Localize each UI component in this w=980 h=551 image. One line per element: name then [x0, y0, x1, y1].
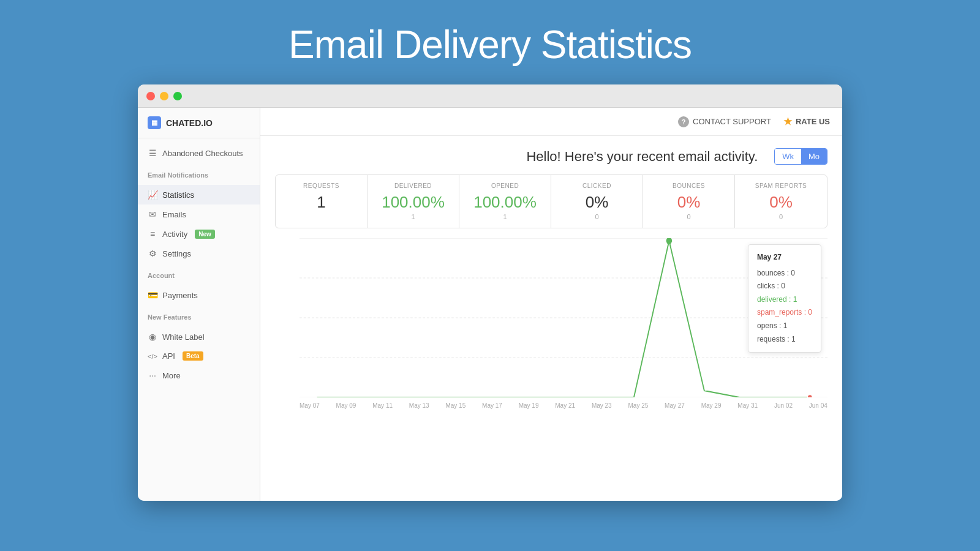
main-content: ? CONTACT SUPPORT ★ RATE US Hello! Here'… [260, 108, 842, 501]
stat-spam-label: SPAM REPORTS [745, 182, 817, 189]
sidebar-label-statistics: Statistics [162, 190, 194, 200]
tooltip-bounces: bounces : 0 [757, 267, 812, 280]
stat-bounces: BOUNCES 0% 0 [643, 175, 735, 228]
x-label-may11: May 11 [372, 402, 393, 409]
sidebar-item-payments[interactable]: 💳 Payments [138, 285, 260, 305]
sidebar-label-settings: Settings [162, 249, 191, 258]
stat-delivered-label: DELIVERED [377, 182, 449, 189]
sidebar-features-section: ◉ White Label </> API Beta ··· More [138, 322, 260, 390]
sidebar-item-more[interactable]: ··· More [138, 365, 260, 385]
stat-requests-value: 1 [285, 193, 357, 212]
title-bar [138, 84, 842, 108]
sidebar-label-api: API [162, 351, 175, 361]
top-bar: ? CONTACT SUPPORT ★ RATE US [260, 108, 842, 136]
stat-clicked: CLICKED 0% 0 [551, 175, 643, 228]
stat-bounces-sub: 0 [653, 213, 725, 220]
rate-us-label: RATE US [796, 117, 830, 126]
sidebar-label-payments: Payments [162, 291, 198, 300]
chart-icon: 📈 [148, 190, 157, 200]
stat-bounces-label: BOUNCES [653, 182, 725, 189]
sidebar-item-statistics[interactable]: 📈 Statistics [138, 185, 260, 204]
stat-clicked-sub: 0 [561, 213, 633, 220]
contact-support-button[interactable]: ? CONTACT SUPPORT [678, 116, 771, 127]
sidebar-account-label: Account [138, 268, 260, 280]
stat-clicked-value: 0% [561, 193, 633, 212]
payments-icon: 💳 [148, 290, 157, 300]
x-label-jun02: Jun 02 [774, 402, 793, 409]
stat-spam-value: 0% [745, 193, 817, 212]
sidebar-item-white-label[interactable]: ◉ White Label [138, 327, 260, 347]
x-label-jun04: Jun 04 [809, 402, 827, 409]
x-label-may19: May 19 [519, 402, 539, 409]
logo-icon: ▦ [148, 116, 161, 129]
period-month-button[interactable]: Mo [801, 149, 827, 164]
email-icon: ✉ [148, 209, 157, 219]
tooltip-date: May 27 [757, 251, 812, 264]
stat-opened-label: OPENED [469, 182, 541, 189]
sidebar-item-activity[interactable]: ≡ Activity New [138, 224, 260, 244]
x-label-may23: May 23 [592, 402, 612, 409]
tooltip-requests: requests : 1 [757, 333, 812, 347]
more-icon: ··· [148, 370, 157, 380]
stat-delivered-value: 100.00% [377, 193, 449, 212]
x-label-may29: May 29 [701, 402, 722, 409]
brand-name: CHATED.IO [166, 118, 213, 128]
star-icon: ★ [783, 116, 792, 127]
x-label-may15: May 15 [445, 402, 466, 409]
sidebar-email-items: 📈 Statistics ✉ Emails ≡ Activity New ⚙ S… [138, 180, 260, 268]
svg-point-11 [807, 395, 812, 397]
stat-opened: OPENED 100.00% 1 [459, 175, 551, 228]
white-label-icon: ◉ [148, 332, 157, 342]
sidebar-label-checkouts: Abandoned Checkouts [162, 149, 243, 158]
stat-requests-label: REQUESTS [285, 182, 357, 189]
sidebar-email-label: Email Notifications [138, 168, 260, 180]
section-header: Hello! Here's your recent email activity… [275, 148, 827, 165]
stat-clicked-label: CLICKED [561, 182, 633, 189]
page-title: Email Delivery Statistics [288, 0, 692, 84]
x-label-may27: May 27 [665, 402, 685, 409]
tooltip-opens: opens : 1 [757, 320, 812, 333]
x-label-may21: May 21 [555, 402, 575, 409]
x-label-may07: May 07 [300, 402, 320, 409]
sidebar-item-api[interactable]: </> API Beta [138, 347, 260, 365]
maximize-button[interactable] [173, 92, 182, 100]
help-icon: ? [678, 116, 689, 127]
x-label-may17: May 17 [482, 402, 502, 409]
stat-delivered-sub: 1 [377, 213, 449, 220]
activity-icon: ≡ [148, 229, 157, 239]
tooltip-spam-reports: spam_reports : 0 [757, 306, 812, 320]
x-label-may09: May 09 [336, 402, 356, 409]
stat-spam-sub: 0 [745, 213, 817, 220]
api-badge: Beta [183, 351, 203, 361]
sidebar-header: ▦ CHATED.IO [138, 108, 260, 138]
x-label-may13: May 13 [409, 402, 429, 409]
api-icon: </> [148, 353, 157, 360]
sidebar-new-features-label: New Features [138, 310, 260, 322]
sidebar-label-activity: Activity [162, 230, 187, 239]
app-body: ▦ CHATED.IO ☰ Abandoned Checkouts Email … [138, 108, 842, 501]
svg-point-10 [666, 238, 673, 244]
app-window: ▦ CHATED.IO ☰ Abandoned Checkouts Email … [138, 84, 842, 501]
stat-opened-sub: 1 [469, 213, 541, 220]
sidebar-label-more: More [162, 371, 181, 380]
close-button[interactable] [146, 92, 155, 100]
list-icon: ☰ [148, 148, 157, 158]
sidebar-item-emails[interactable]: ✉ Emails [138, 204, 260, 224]
x-label-may31: May 31 [737, 402, 758, 409]
sidebar-section-checkouts: ☰ Abandoned Checkouts [138, 138, 260, 168]
stat-requests: REQUESTS 1 [276, 175, 368, 228]
stat-opened-value: 100.00% [469, 193, 541, 212]
rate-us-button[interactable]: ★ RATE US [783, 116, 830, 127]
sidebar-item-settings[interactable]: ⚙ Settings [138, 244, 260, 263]
sidebar: ▦ CHATED.IO ☰ Abandoned Checkouts Email … [138, 108, 260, 501]
minimize-button[interactable] [160, 92, 168, 100]
tooltip-delivered: delivered : 1 [757, 293, 812, 307]
stat-spam-reports: SPAM REPORTS 0% 0 [735, 175, 827, 228]
x-label-may25: May 25 [628, 402, 648, 409]
period-week-button[interactable]: Wk [775, 149, 801, 164]
sidebar-label-emails: Emails [162, 210, 186, 219]
sidebar-item-abandoned-checkouts[interactable]: ☰ Abandoned Checkouts [138, 143, 260, 163]
period-toggle: Wk Mo [774, 148, 827, 165]
stat-bounces-value: 0% [653, 193, 725, 212]
stat-delivered: DELIVERED 100.00% 1 [368, 175, 459, 228]
